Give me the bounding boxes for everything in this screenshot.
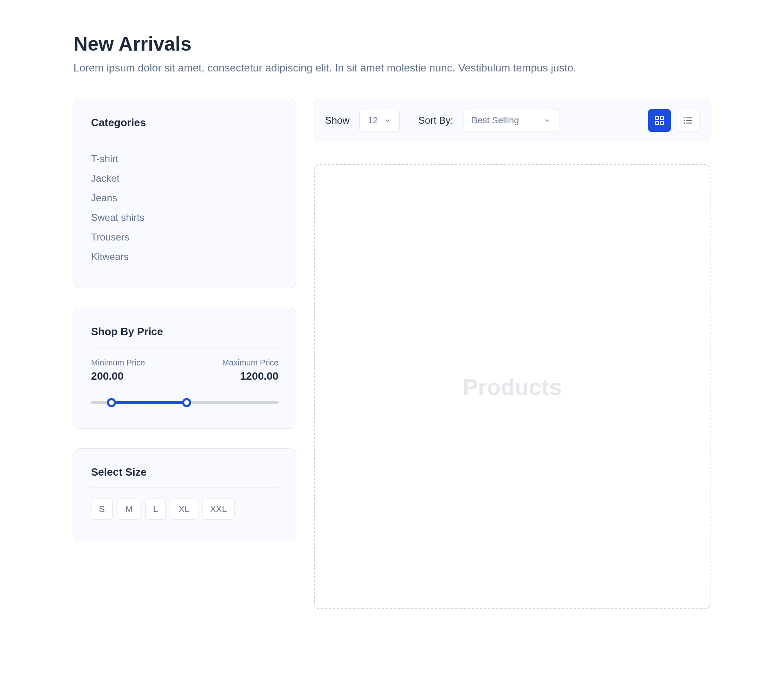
slider-range [111,401,187,404]
size-option-l[interactable]: L [145,499,166,520]
svg-rect-0 [655,116,659,120]
price-slider[interactable] [91,398,278,407]
show-value: 12 [368,115,378,126]
size-option-s[interactable]: S [91,499,113,520]
svg-rect-1 [660,116,664,120]
price-panel: Shop By Price Minimum Price 200.00 Maxim… [74,308,296,429]
svg-rect-3 [660,121,664,125]
price-title: Shop By Price [91,325,278,347]
max-price-value: 1200.00 [240,370,278,383]
main-content: Show 12 Sort By: Best Selling [314,99,710,609]
list-view-button[interactable] [677,109,699,132]
products-area: Products [314,164,710,609]
category-item-trousers[interactable]: Trousers [91,227,278,247]
max-price-label: Maximum Price [222,358,278,367]
categories-panel: Categories T-shirt Jacket Jeans Sweat sh… [74,99,296,288]
grid-icon [654,115,665,126]
show-select[interactable]: 12 [359,109,399,132]
min-price-value: 200.00 [91,370,145,383]
category-item-jeans[interactable]: Jeans [91,188,278,208]
svg-point-8 [684,120,684,120]
sidebar: Categories T-shirt Jacket Jeans Sweat sh… [74,99,296,609]
category-item-kitwears[interactable]: Kitwears [91,247,278,267]
size-option-xl[interactable]: XL [171,499,197,520]
page-subtitle: Lorem ipsum dolor sit amet, consectetur … [74,62,710,74]
products-placeholder: Products [463,374,562,400]
category-item-jacket[interactable]: Jacket [91,169,278,188]
size-panel: Select Size S M L XL XXL [74,448,296,541]
size-option-xxl[interactable]: XXL [202,499,235,520]
svg-point-9 [684,123,684,123]
page-title: New Arrivals [74,33,710,55]
min-price-label: Minimum Price [91,358,145,367]
size-option-m[interactable]: M [118,499,140,520]
category-item-tshirt[interactable]: T-shirt [91,149,278,169]
svg-rect-2 [655,121,659,125]
list-icon [683,115,693,126]
show-label: Show [325,115,350,126]
slider-handle-min[interactable] [107,398,116,407]
sort-select[interactable]: Best Selling [463,109,559,132]
chevron-down-icon [543,117,551,124]
grid-view-button[interactable] [648,109,671,132]
sort-label: Sort By: [419,115,453,126]
category-item-sweatshirts[interactable]: Sweat shirts [91,208,278,227]
chevron-down-icon [384,117,391,124]
sort-value: Best Selling [472,115,519,126]
size-title: Select Size [91,466,278,488]
slider-handle-max[interactable] [182,398,191,407]
toolbar: Show 12 Sort By: Best Selling [314,99,710,142]
categories-title: Categories [91,116,278,138]
category-list: T-shirt Jacket Jeans Sweat shirts Trouse… [91,149,278,267]
svg-point-7 [684,118,684,118]
